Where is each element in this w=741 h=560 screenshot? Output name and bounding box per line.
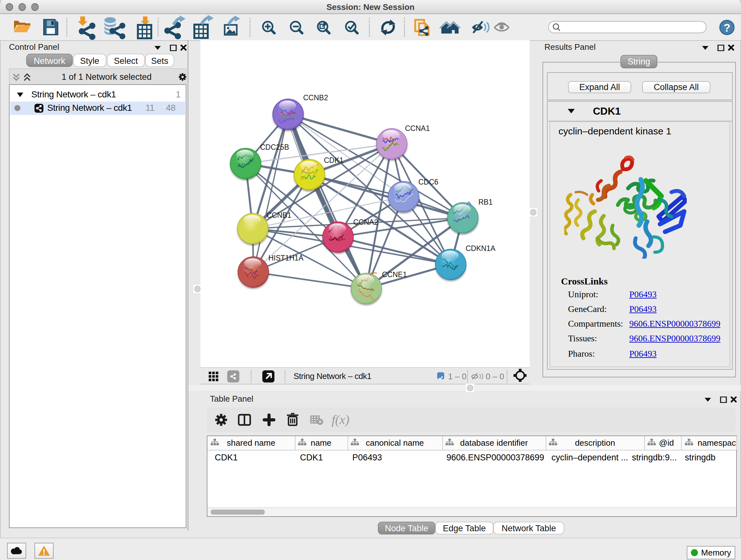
svg-text:CCNE1: CCNE1 (382, 270, 407, 279)
svg-text:HIST1H1A: HIST1H1A (268, 254, 304, 262)
svg-text:?: ? (724, 21, 730, 34)
svg-text:f(x): f(x) (332, 413, 349, 427)
svg-text:CDC6: CDC6 (418, 178, 439, 186)
svg-text:CCNB2: CCNB2 (303, 94, 328, 102)
svg-text:CDKN1A: CDKN1A (466, 244, 495, 253)
svg-text:CDC25B: CDC25B (260, 143, 289, 151)
svg-text:CCNA2: CCNA2 (353, 218, 378, 226)
svg-text:CDK1: CDK1 (324, 156, 343, 165)
svg-text:RB1: RB1 (478, 198, 493, 206)
svg-text:CCNA1: CCNA1 (405, 124, 430, 132)
svg-text:CCNB1: CCNB1 (266, 211, 291, 219)
